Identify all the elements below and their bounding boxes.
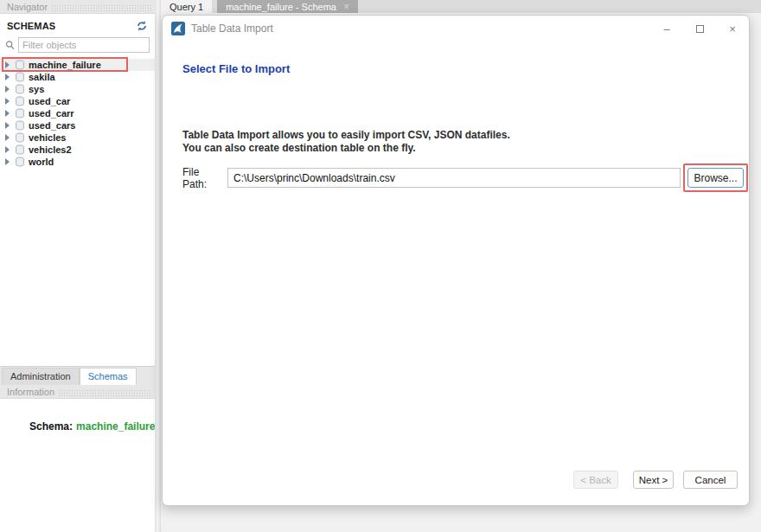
schemas-header-label: SCHEMAS [7, 21, 136, 31]
schema-item-used-cars[interactable]: used_cars [0, 119, 155, 131]
information-header-texture [58, 389, 151, 397]
schema-item-vehicles[interactable]: vehicles [0, 131, 155, 144]
file-path-row: File Path: Browse... [182, 163, 749, 192]
refresh-schemas-icon[interactable] [136, 20, 148, 32]
window-controls: – × [650, 16, 749, 42]
browse-button[interactable]: Browse... [687, 168, 744, 188]
file-path-label: File Path: [182, 166, 224, 190]
database-icon [15, 108, 25, 119]
navigator-header-texture [51, 4, 151, 12]
file-path-input[interactable] [227, 168, 681, 188]
database-icon [15, 132, 25, 143]
database-icon [15, 144, 25, 155]
schemas-section-header: SCHEMAS [0, 14, 155, 35]
schema-info-value: machine_failure [76, 420, 155, 433]
cancel-button[interactable]: Cancel [683, 471, 738, 489]
information-header: Information [0, 385, 155, 399]
mysql-workbench-window: Navigator SCHEMAS machine_failur [0, 0, 761, 532]
dialog-titlebar[interactable]: Table Data Import – × [163, 16, 749, 42]
navigator-panel: Navigator SCHEMAS machine_failur [0, 0, 155, 532]
description-line-1: Table Data Import allows you to easily i… [182, 129, 749, 142]
navigator-header: Navigator [0, 0, 155, 14]
information-title: Information [7, 387, 54, 397]
database-icon [15, 84, 25, 94]
schema-item-sakila[interactable]: sakila [0, 71, 155, 83]
dialog-description: Table Data Import allows you to easily i… [182, 129, 749, 155]
schema-item-used-car[interactable]: used_car [0, 95, 155, 107]
description-line-2: You can also create destination table on… [182, 142, 749, 155]
navigator-title: Navigator [7, 2, 48, 12]
mysql-dolphin-icon [171, 22, 185, 35]
expand-arrow-icon[interactable] [5, 122, 10, 129]
expand-arrow-icon[interactable] [5, 110, 10, 117]
expand-arrow-icon[interactable] [5, 98, 10, 105]
tab-label: machine_failure - Schema [226, 2, 336, 12]
editor-tabstrip: Query 1 machine_failure - Schema × [161, 0, 761, 13]
schema-info-line: Schema:machine_failure [29, 420, 155, 433]
dialog-footer: < Back Next > Cancel [573, 471, 738, 489]
tab-schemas[interactable]: Schemas [80, 368, 137, 385]
schema-filter-row [0, 35, 155, 56]
close-button[interactable]: × [716, 16, 749, 42]
expand-arrow-icon[interactable] [5, 134, 10, 141]
schema-label: world [29, 157, 54, 167]
database-icon [15, 96, 25, 106]
expand-arrow-icon[interactable] [5, 158, 10, 165]
expand-arrow-icon[interactable] [5, 86, 10, 93]
back-button[interactable]: < Back [573, 471, 618, 489]
filter-objects-input[interactable] [18, 37, 150, 53]
schema-info-label: Schema: [29, 420, 73, 433]
schema-label: vehicles2 [29, 144, 72, 155]
schema-label: vehicles [29, 132, 66, 143]
panel-divider[interactable] [155, 0, 161, 532]
schema-item-world[interactable]: world [0, 156, 155, 168]
schema-label: sakila [29, 72, 55, 82]
next-button[interactable]: Next > [633, 471, 674, 489]
schema-label: machine_failure [29, 60, 101, 70]
expand-arrow-icon[interactable] [5, 61, 10, 68]
information-panel: Schema:machine_failure [0, 400, 155, 532]
expand-arrow-icon[interactable] [5, 146, 10, 153]
schema-label: used_carr [29, 108, 74, 119]
dialog-heading: Select File to Import [182, 62, 749, 75]
schema-item-vehicles2[interactable]: vehicles2 [0, 144, 155, 156]
maximize-button[interactable] [683, 16, 716, 42]
search-icon [5, 40, 15, 50]
annotation-highlight-box: Browse... [683, 163, 748, 192]
tab-machine-failure-schema[interactable]: machine_failure - Schema × [217, 0, 358, 13]
schema-item-used-carr[interactable]: used_carr [0, 107, 155, 119]
tab-administration[interactable]: Administration [2, 368, 80, 385]
tab-query-1[interactable]: Query 1 [161, 0, 212, 13]
schema-item-machine-failure[interactable]: machine_failure [0, 59, 155, 71]
schema-tree: machine_failure sakila sys used_car [0, 56, 155, 168]
editor-area: Query 1 machine_failure - Schema × Table… [161, 0, 761, 532]
dialog-title: Table Data Import [191, 22, 650, 35]
table-data-import-dialog: Table Data Import – × Select File to Imp… [162, 15, 750, 506]
database-icon [15, 60, 25, 70]
schema-label: used_cars [29, 120, 75, 131]
schema-label: used_car [29, 96, 70, 106]
expand-arrow-icon[interactable] [5, 74, 10, 80]
sidebar-bottom-tabs: Administration Schemas [0, 366, 155, 385]
close-tab-icon[interactable]: × [343, 2, 349, 12]
schema-item-sys[interactable]: sys [0, 83, 155, 95]
database-icon [15, 120, 25, 131]
schema-label: sys [29, 84, 44, 94]
maximize-icon [696, 25, 704, 33]
database-icon [15, 157, 25, 167]
database-icon [15, 72, 25, 82]
minimize-button[interactable]: – [650, 16, 683, 42]
